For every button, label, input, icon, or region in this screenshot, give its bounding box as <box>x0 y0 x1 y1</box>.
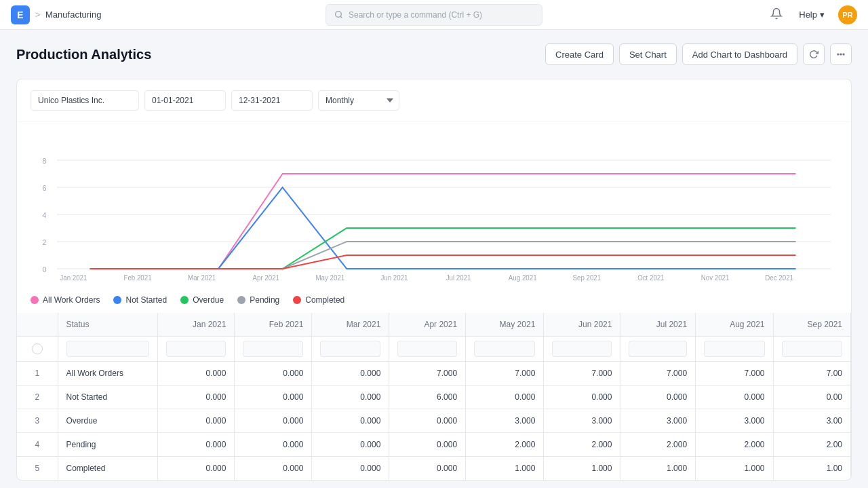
may-filter-input[interactable] <box>474 341 535 357</box>
line-overdue <box>90 228 796 269</box>
row-value-0: 0.000 <box>158 457 235 481</box>
row-value-7: 7.000 <box>696 362 773 386</box>
legend-label-completed: Completed <box>305 295 344 305</box>
svg-point-2 <box>837 54 839 55</box>
more-options-button[interactable] <box>830 43 852 65</box>
filter-cell-aug[interactable] <box>696 337 773 362</box>
table-header-row: Status Jan 2021 Feb 2021 Mar 2021 Apr 20… <box>17 313 851 337</box>
filter-cell-jun[interactable] <box>544 337 620 362</box>
data-table: Status Jan 2021 Feb 2021 Mar 2021 Apr 20… <box>17 313 851 480</box>
jan-filter-input[interactable] <box>166 341 226 357</box>
avatar[interactable]: PR <box>838 5 857 24</box>
row-value-3: 6.000 <box>389 386 466 409</box>
main-card: Monthly Weekly Daily Yearly 0 2 4 6 8 <box>16 79 852 481</box>
row-value-5: 7.000 <box>544 362 620 386</box>
table-row: 3 Overdue0.0000.0000.0000.0003.0003.0003… <box>17 409 851 433</box>
mar-filter-input[interactable] <box>320 341 380 357</box>
legend-dot-pending <box>237 296 245 304</box>
topnav-left: E > Manufacturing <box>11 5 293 24</box>
legend-label-overdue: Overdue <box>193 295 224 305</box>
svg-point-4 <box>843 54 844 55</box>
period-filter[interactable]: Monthly Weekly Daily Yearly <box>318 90 399 111</box>
app-icon[interactable]: E <box>11 5 30 24</box>
filter-cell-status[interactable] <box>58 337 158 362</box>
row-value-5: 2.000 <box>544 433 620 457</box>
row-num: 5 <box>17 457 58 481</box>
svg-text:Dec 2021: Dec 2021 <box>765 274 793 282</box>
aug-filter-input[interactable] <box>704 341 764 357</box>
chevron-down-icon: ▾ <box>820 10 825 20</box>
row-value-6: 1.000 <box>620 457 696 481</box>
topnav-right: Help ▾ PR <box>575 5 857 25</box>
from-date-filter[interactable] <box>144 90 226 111</box>
status-filter-input[interactable] <box>66 341 150 357</box>
legend-dot-all-work-orders <box>31 296 39 304</box>
chart-area: 0 2 4 6 8 <box>17 122 851 290</box>
jun-filter-input[interactable] <box>552 341 612 357</box>
row-num: 4 <box>17 433 58 457</box>
jul-filter-input[interactable] <box>629 341 687 357</box>
add-chart-button[interactable]: Add Chart to Dashboard <box>682 43 797 65</box>
filter-cell-feb[interactable] <box>235 337 312 362</box>
legend-overdue: Overdue <box>180 295 224 305</box>
row-num: 1 <box>17 362 58 386</box>
filter-cell-jul[interactable] <box>620 337 696 362</box>
feb-filter-input[interactable] <box>243 341 303 357</box>
svg-text:4: 4 <box>43 211 47 219</box>
filter-cell-num <box>17 337 58 362</box>
row-value-2: 0.000 <box>312 433 389 457</box>
legend-label-all-work-orders: All Work Orders <box>43 295 100 305</box>
svg-text:Jun 2021: Jun 2021 <box>380 274 408 282</box>
page-header: Production Analytics Create Card Set Cha… <box>16 43 852 65</box>
legend-dot-overdue <box>180 296 189 304</box>
svg-text:Jul 2021: Jul 2021 <box>446 274 471 282</box>
filter-cell-sep[interactable] <box>773 337 850 362</box>
help-button[interactable]: Help ▾ <box>793 7 830 22</box>
svg-point-0 <box>336 12 342 18</box>
row-value-8: 1.00 <box>773 457 850 481</box>
legend-dot-completed <box>293 296 301 304</box>
row-value-6: 2.000 <box>620 433 696 457</box>
row-value-5: 0.000 <box>544 386 620 409</box>
row-value-4: 1.000 <box>466 457 544 481</box>
svg-text:Aug 2021: Aug 2021 <box>509 274 537 282</box>
row-value-5: 1.000 <box>544 457 620 481</box>
svg-text:2: 2 <box>43 238 47 246</box>
filter-cell-mar[interactable] <box>312 337 389 362</box>
row-value-4: 3.000 <box>466 409 544 433</box>
filter-cell-apr[interactable] <box>389 337 466 362</box>
row-value-0: 0.000 <box>158 362 235 386</box>
notification-bell[interactable] <box>768 5 785 25</box>
svg-text:May 2021: May 2021 <box>315 274 344 282</box>
to-date-filter[interactable] <box>231 90 313 111</box>
row-value-3: 7.000 <box>389 362 466 386</box>
filters-row: Monthly Weekly Daily Yearly <box>17 79 851 122</box>
col-status: Status <box>58 313 158 337</box>
row-value-2: 0.000 <box>312 457 389 481</box>
col-apr: Apr 2021 <box>389 313 466 337</box>
search-box[interactable]: Search or type a command (Ctrl + G) <box>326 4 542 26</box>
filter-cell-may[interactable] <box>466 337 544 362</box>
col-feb: Feb 2021 <box>235 313 312 337</box>
col-jul: Jul 2021 <box>620 313 696 337</box>
set-chart-button[interactable]: Set Chart <box>619 43 677 65</box>
sep-filter-input[interactable] <box>782 341 842 357</box>
topnav: E > Manufacturing Search or type a comma… <box>0 0 868 30</box>
row-value-1: 0.000 <box>235 409 312 433</box>
company-filter[interactable] <box>31 90 139 111</box>
apr-filter-input[interactable] <box>397 341 457 357</box>
row-status: All Work Orders <box>58 362 158 386</box>
create-card-button[interactable]: Create Card <box>545 43 614 65</box>
filter-cell-jan[interactable] <box>158 337 235 362</box>
row-value-5: 3.000 <box>544 409 620 433</box>
legend-not-started: Not Started <box>113 295 167 305</box>
page-title: Production Analytics <box>16 47 151 62</box>
refresh-button[interactable] <box>803 43 825 65</box>
legend-label-pending: Pending <box>250 295 279 305</box>
row-value-1: 0.000 <box>235 457 312 481</box>
col-jan: Jan 2021 <box>158 313 235 337</box>
row-value-0: 0.000 <box>158 433 235 457</box>
row-value-2: 0.000 <box>312 362 389 386</box>
row-value-7: 2.000 <box>696 433 773 457</box>
svg-text:0: 0 <box>43 265 47 274</box>
